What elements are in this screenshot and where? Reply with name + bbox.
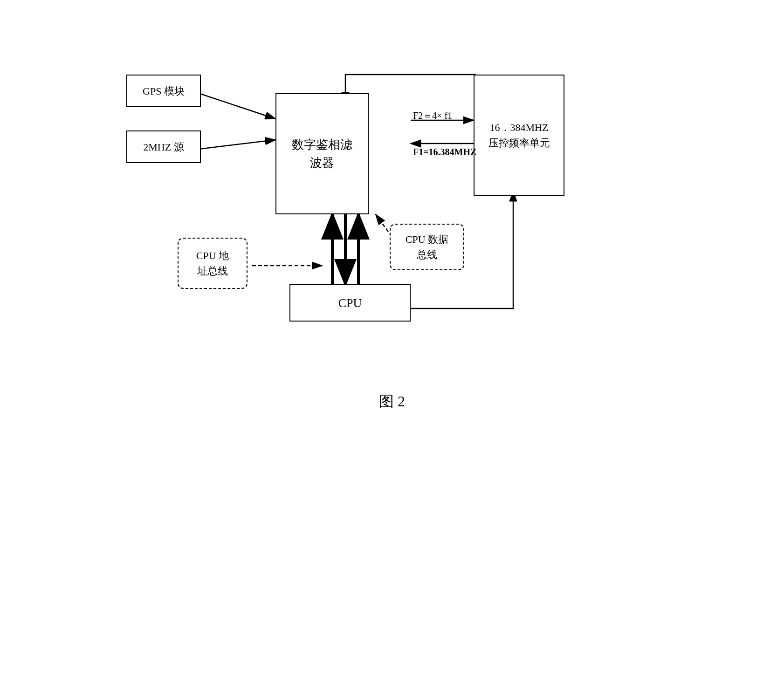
mhz2-box: 2MHZ 源	[126, 130, 201, 163]
filter-box: 数字鉴相滤 波器	[275, 93, 369, 214]
svg-line-4	[199, 93, 275, 119]
svg-line-5	[199, 140, 275, 149]
cpu-box: CPU	[289, 284, 411, 322]
f2-label: F2＝4× f1	[413, 110, 452, 122]
gps-box: GPS 模块	[126, 75, 201, 107]
f1-label: F1=16.384MHZ	[413, 147, 476, 158]
cpu-addr-box: CPU 地 址总线	[178, 238, 248, 289]
figure-caption: 图 2	[0, 391, 784, 412]
vco-box: 16．384MHZ 压控频率单元	[474, 75, 564, 196]
diagram: GPS 模块 2MHZ 源 数字鉴相滤 波器 16．384MHZ 压控频率单元 …	[112, 37, 672, 363]
cpu-data-box: CPU 数据 总线	[390, 224, 464, 270]
